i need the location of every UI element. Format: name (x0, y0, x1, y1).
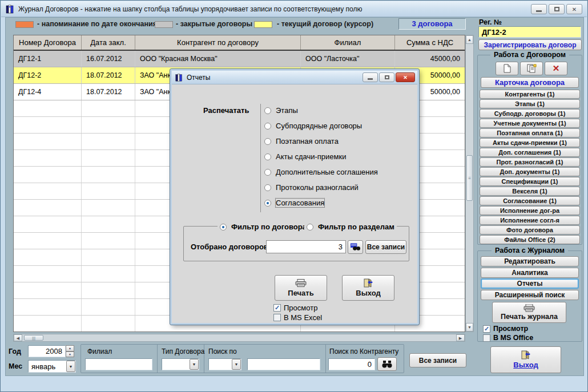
dialog-excel-checkbox[interactable]: В MS Excel (273, 313, 322, 322)
radio-selected-icon (264, 200, 271, 207)
copy-contract-button[interactable] (520, 62, 543, 75)
new-contract-button[interactable] (496, 62, 518, 75)
sidebar-button-specifications[interactable]: Спецификации (1) (480, 177, 580, 186)
radio-icon (264, 184, 271, 191)
printer-icon (295, 279, 307, 288)
counterparty-search-input[interactable]: 0 (328, 358, 375, 370)
dialog-all-records-button[interactable]: Все записи (365, 240, 406, 254)
register-contract-button[interactable]: Зарегистрировать договор (478, 39, 582, 50)
sidebar-button-additional-docs[interactable]: Доп. документы (1) (480, 167, 580, 176)
reports-dialog: Отчеты ✕ Распечатать Этапы Субподрядные … (170, 69, 419, 325)
column-header-counterparty[interactable]: Контрагент по договору (135, 35, 301, 50)
sidebar-button-acceptance-acts[interactable]: Акты сдачи-приемки (1) (480, 138, 580, 147)
filter-by-contracts-radio[interactable]: Фильтр по договорам (218, 223, 314, 231)
search-by-input[interactable] (247, 358, 320, 370)
sidebar-button-additional-agreements[interactable]: Доп. соглашения (1) (480, 148, 580, 157)
sidebar-button-office-files[interactable]: Файлы Office (2) (480, 235, 580, 244)
sidebar-button-contract-execution[interactable]: Исполнение дог-ра (480, 206, 580, 215)
cell-number: ДГ12-2 (14, 67, 82, 83)
edit-button[interactable]: Редактировать (481, 256, 579, 266)
sidebar-button-agreement-execution[interactable]: Исполнение согл-я (480, 216, 580, 225)
sidebar-button-accounting-docs[interactable]: Учетные документы (1) (480, 119, 580, 128)
dialog-maximize-button[interactable] (379, 72, 394, 82)
checkbox-unchecked-icon (483, 334, 490, 342)
year-label: Год (9, 347, 21, 355)
close-button[interactable]: ✕ (566, 4, 582, 14)
sidebar-button-counterparties[interactable]: Контрагенты (1) (480, 90, 580, 99)
delete-contract-button[interactable]: ✕ (545, 62, 567, 75)
legend-closed-swatch (155, 21, 173, 28)
analytics-button[interactable]: Аналитика (481, 268, 579, 278)
column-header-date[interactable]: Дата закл. (82, 35, 135, 50)
dialog-minimize-button[interactable] (363, 72, 378, 82)
scroll-down-arrow[interactable]: ▼ (466, 323, 473, 332)
chevron-down-icon[interactable]: ▼ (190, 359, 199, 370)
all-records-button[interactable]: Все записи (409, 353, 466, 367)
journal-office-checkbox[interactable]: В MS Office (483, 334, 533, 342)
legend-current-swatch (254, 21, 272, 28)
scroll-right-arrow[interactable]: ▶ (456, 334, 465, 341)
column-header-filial[interactable]: Филиал (301, 35, 395, 50)
spinner-down-arrow[interactable]: ▼ (66, 351, 74, 358)
contract-card-button[interactable]: Карточка договора (481, 77, 579, 88)
sidebar-button-subcontracts[interactable]: Субподр. договоры (1) (480, 109, 580, 118)
report-option-disagreement-protocols[interactable]: Протоколы разногласий (264, 183, 359, 192)
reg-number-label: Рег. № (479, 18, 502, 26)
maximize-button[interactable] (549, 4, 565, 14)
chevron-down-icon[interactable]: ▼ (66, 361, 75, 372)
print-journal-button[interactable]: Печать журнала (492, 302, 566, 323)
filial-input[interactable] (85, 358, 152, 370)
dialog-preview-checkbox[interactable]: ✓ Просмотр (273, 304, 317, 312)
exit-door-icon (363, 278, 373, 288)
radio-icon (264, 123, 271, 130)
scroll-up-arrow[interactable]: ▲ (466, 35, 473, 44)
spinner-up-arrow[interactable]: ▲ (66, 345, 74, 351)
year-field[interactable]: 2008 (28, 345, 66, 357)
table-vertical-scrollbar[interactable]: ▲ ≡ ▼ (465, 35, 474, 332)
radio-selected-icon (220, 224, 227, 231)
filter-by-sections-radio[interactable]: Фильтр по разделам (304, 223, 397, 231)
journal-preview-checkbox[interactable]: ✓ Просмотр (483, 325, 528, 333)
scroll-thumb[interactable]: ||| (24, 335, 43, 341)
sidebar-button-stages[interactable]: Этапы (1) (480, 99, 580, 108)
main-exit-label: Выход (513, 361, 538, 369)
report-option-subcontracts[interactable]: Субподрядные договоры (264, 122, 362, 130)
chevron-down-icon[interactable]: ▼ (232, 359, 241, 370)
report-option-additional-agreements[interactable]: Дополнительные соглашения (264, 168, 378, 176)
scroll-thumb[interactable]: ≡ (466, 155, 473, 201)
sidebar-button-staged-payment[interactable]: Поэтапная оплата (1) (480, 128, 580, 138)
binoculars-icon (382, 361, 392, 368)
sidebar-button-approval[interactable]: Согласование (1) (480, 196, 580, 205)
year-spinner[interactable]: ▲ ▼ (66, 345, 74, 357)
search-by-combobox[interactable]: ▼ (208, 358, 241, 370)
dialog-search-button[interactable] (348, 240, 363, 254)
sidebar-button-promissory-notes[interactable]: Векселя (1) (480, 187, 580, 196)
scroll-left-arrow[interactable]: ◀ (14, 334, 22, 341)
table-row[interactable]: ДГ12-1 16.07.2012 ООО "Красная Москва" О… (14, 51, 465, 67)
contract-type-combobox[interactable]: ▼ (162, 358, 199, 370)
reports-button[interactable]: Отчеты (481, 278, 579, 289)
sidebar-button-contract-photo[interactable]: Фото договора (480, 225, 580, 235)
table-horizontal-scrollbar[interactable]: ◀ ||| ▶ (13, 334, 465, 342)
dialog-title: Отчеты (187, 74, 210, 82)
dialog-print-button[interactable]: Печать (275, 275, 327, 301)
reg-number-field[interactable]: ДГ12-2 (478, 26, 581, 38)
report-option-acceptance-acts[interactable]: Акты сдачи-приемки (264, 152, 346, 161)
report-option-stages[interactable]: Этапы (264, 106, 298, 115)
dialog-titlebar[interactable]: Отчеты ✕ (172, 71, 417, 84)
sidebar-button-disagreement-protocols[interactable]: Прот. разногласий (1) (480, 157, 580, 167)
column-header-number[interactable]: Номер Договора (14, 35, 82, 50)
exit-door-icon (521, 350, 531, 359)
report-option-staged-payment[interactable]: Поэтапная оплата (264, 137, 339, 146)
advanced-search-button[interactable]: Расширенный поиск (481, 290, 579, 300)
main-exit-button[interactable]: Выход (490, 346, 561, 373)
selected-contracts-field[interactable]: 3 (266, 240, 346, 253)
dialog-exit-button[interactable]: Выход (342, 275, 394, 301)
minimize-button[interactable] (531, 4, 547, 14)
report-option-approvals[interactable]: Согласования (264, 199, 324, 207)
counterparty-search-button[interactable] (377, 357, 397, 371)
dialog-close-button[interactable]: ✕ (396, 72, 415, 82)
legend-reminder-label: - напоминание по дате окончания (37, 20, 157, 28)
column-header-sum[interactable]: Сумма с НДС (395, 35, 465, 50)
month-combobox[interactable]: январь ▼ (28, 360, 76, 373)
